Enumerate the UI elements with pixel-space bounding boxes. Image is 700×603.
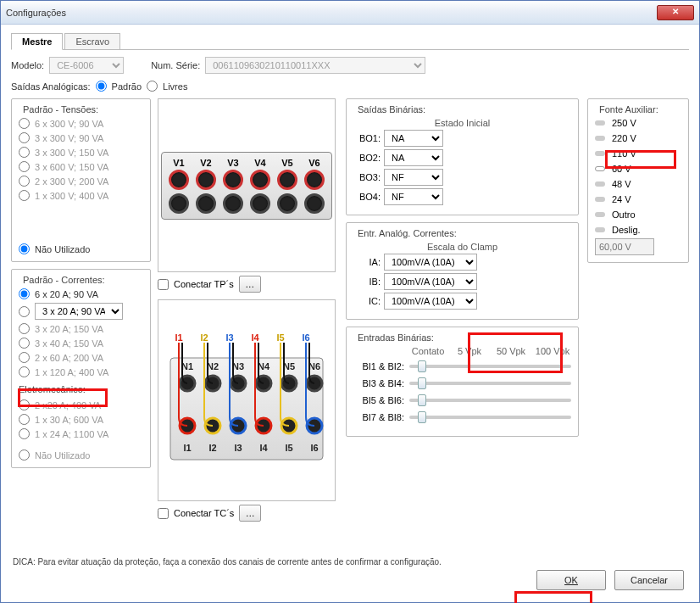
radio-corrente-nao[interactable]: Não Utilizado <box>19 449 143 461</box>
svg-text:I1: I1 <box>175 332 182 343</box>
radio-eletro[interactable]: 1 x 24 A; 1100 VA <box>19 428 143 439</box>
ic-select[interactable]: 100mV/A (10A) <box>384 293 477 310</box>
slider-bi56[interactable] <box>409 399 571 402</box>
radio-tensao[interactable]: 3 x 300 V; 150 VA <box>19 147 143 158</box>
chk-tp[interactable] <box>158 279 169 290</box>
svg-text:I2: I2 <box>200 332 208 343</box>
tp-more-button[interactable]: … <box>239 276 261 293</box>
svg-text:N3: N3 <box>232 361 244 371</box>
aux-60[interactable]: 60 V <box>595 164 681 174</box>
svg-text:N5: N5 <box>283 361 295 371</box>
aux-220[interactable]: 220 V <box>595 133 681 143</box>
radio-tensao[interactable]: 2 x 300 V; 200 VA <box>19 176 143 187</box>
radio-tensao[interactable]: 3 x 600 V; 150 VA <box>19 161 143 172</box>
aux-250[interactable]: 250 V <box>595 118 681 128</box>
saidas-bin-sub: Estado Inicial <box>353 118 571 128</box>
radio-eletro[interactable]: 2 x20 A; 400 VA <box>19 399 143 410</box>
config-window: Configurações ✕ Mestre Escravo Modelo: C… <box>0 0 700 603</box>
aux-48[interactable]: 48 V <box>595 179 681 189</box>
titlebar: Configurações ✕ <box>1 1 699 25</box>
radio-eletro[interactable]: 1 x 30 A; 600 VA <box>19 414 143 425</box>
aux-deslig[interactable]: Deslig. <box>595 225 681 235</box>
tc-more-button[interactable]: … <box>239 505 261 522</box>
radio-corrente-sel[interactable]: 6 x 20 A; 90 VA <box>19 288 143 299</box>
ia-select[interactable]: 100mV/A (10A) <box>384 254 477 271</box>
tabs: Mestre Escravo <box>11 33 689 50</box>
group-entr-analog: Entr. Analóg. Correntes: Escala do Clamp… <box>346 222 579 320</box>
group-tensoes: Padrão - Tensões: 6 x 300 V; 90 VA 3 x 3… <box>11 98 151 262</box>
slider-bi78[interactable] <box>409 416 571 419</box>
analog-out-label: Saídas Analógicas: <box>11 81 91 92</box>
chk-tc-label: Conectar TC´s <box>174 508 234 518</box>
entr-analog-title: Entr. Analóg. Correntes: <box>355 228 459 238</box>
svg-text:I5: I5 <box>285 443 292 453</box>
radio-corrente[interactable]: 3 x 20 A; 150 VA <box>19 323 143 334</box>
highlight-ok <box>514 591 592 603</box>
svg-text:I4: I4 <box>251 332 259 343</box>
svg-text:I3: I3 <box>225 332 233 343</box>
radio-corrente-dd[interactable]: 3 x 20 A; 90 VA <box>19 303 143 320</box>
tab-mestre[interactable]: Mestre <box>11 33 63 50</box>
aux-24[interactable]: 24 V <box>595 194 681 204</box>
svg-text:N4: N4 <box>258 361 270 371</box>
radio-corrente[interactable]: 3 x 40 A; 150 VA <box>19 338 143 349</box>
radio-livres[interactable]: Livres <box>147 81 187 92</box>
current-diagram: I1I2I3 I4I5I6 N1N2N3 N4N5N6 <box>158 299 336 501</box>
svg-text:I4: I4 <box>259 443 268 453</box>
legend-correntes: Padrão - Correntes: <box>20 275 108 285</box>
entr-analog-sub: Escala do Clamp <box>353 242 571 252</box>
model-label: Modelo: <box>11 60 44 70</box>
group-entradas-bin: Entradas Binárias: Contato 5 Vpk 50 Vpk … <box>346 327 579 437</box>
svg-text:I1: I1 <box>183 443 191 453</box>
bo2-select[interactable]: NA <box>384 149 443 166</box>
svg-text:I6: I6 <box>302 332 309 343</box>
aux-outro[interactable]: Outro <box>595 209 681 220</box>
group-saidas-bin: Saídas Binárias: Estado Inicial BO1:NA B… <box>346 98 579 215</box>
chk-tc[interactable] <box>158 508 169 519</box>
radio-padrao[interactable]: Padrão <box>96 81 142 92</box>
svg-text:N1: N1 <box>181 361 193 371</box>
cancel-button[interactable]: Cancelar <box>614 570 684 590</box>
voltage-diagram: V1V2V3 V4V5V6 <box>158 98 336 272</box>
svg-text:N2: N2 <box>207 361 219 371</box>
radio-tensao-nao[interactable]: Não Utilizado <box>19 243 143 254</box>
aux-field <box>595 238 654 255</box>
bo4-select[interactable]: NF <box>384 188 443 205</box>
group-fonte-aux: Fonte Auxiliar: 250 V 220 V 110 V 60 V 4… <box>587 98 689 263</box>
radio-corrente[interactable]: 2 x 60 A; 200 VA <box>19 352 143 363</box>
svg-rect-6 <box>170 358 323 460</box>
group-correntes: Padrão - Correntes: 6 x 20 A; 90 VA 3 x … <box>11 269 151 468</box>
radio-tensao[interactable]: 1 x 300 V; 400 VA <box>19 190 143 201</box>
eletro-label: Eletromecânico: <box>19 384 143 394</box>
model-select[interactable]: CE-6006 <box>49 57 124 74</box>
svg-text:I5: I5 <box>276 332 284 343</box>
chk-tp-label: Conectar TP´s <box>174 279 234 289</box>
radio-tensao[interactable]: 3 x 300 V; 90 VA <box>19 132 143 143</box>
svg-text:I3: I3 <box>234 443 242 453</box>
legend-tensoes: Padrão - Tensões: <box>20 104 101 114</box>
ok-button[interactable]: OK <box>536 570 606 590</box>
serial-select[interactable]: 0061109630210110011XXX <box>205 57 425 74</box>
serial-label: Num. Série: <box>151 60 200 70</box>
fonte-title: Fonte Auxiliar: <box>597 104 661 114</box>
tab-escravo[interactable]: Escravo <box>64 33 120 49</box>
saidas-bin-title: Saídas Binárias: <box>355 104 428 114</box>
svg-text:I2: I2 <box>208 443 216 453</box>
ib-select[interactable]: 100mV/A (10A) <box>384 273 477 290</box>
slider-bi34[interactable] <box>409 382 571 385</box>
svg-text:N6: N6 <box>308 361 320 371</box>
entradas-bin-title: Entradas Binárias: <box>355 332 436 343</box>
bo1-select[interactable]: NA <box>384 130 443 147</box>
hint-text: DICA: Para evitar atuação da proteção, f… <box>13 557 442 567</box>
close-icon[interactable]: ✕ <box>657 5 694 20</box>
window-title: Configurações <box>6 8 657 18</box>
radio-corrente[interactable]: 1 x 120 A; 400 VA <box>19 366 143 377</box>
aux-110[interactable]: 110 V <box>595 148 681 159</box>
svg-text:I6: I6 <box>310 443 318 453</box>
bo3-select[interactable]: NF <box>384 169 443 186</box>
slider-bi12[interactable] <box>409 365 571 368</box>
radio-tensao[interactable]: 6 x 300 V; 90 VA <box>19 118 143 129</box>
